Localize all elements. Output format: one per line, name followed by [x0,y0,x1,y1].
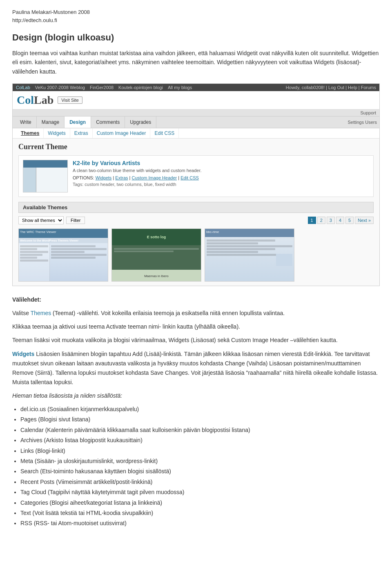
preview-1-main [50,243,108,281]
wp-logo-bar: ColLab Visit Site [13,91,379,110]
theme-thumbnail [23,160,68,192]
pagination: 1 2 3 4 5 Next » [308,217,374,224]
option-customheader-link[interactable]: Custom Image Header [132,175,177,180]
filter-left: Show all themes Filter [18,216,85,224]
hieman-tietoa-title: Hieman tietoa lisäosista ja niiden sisäl… [12,391,380,401]
sub-nav-extras[interactable]: Extras [70,128,93,138]
list-item-7: Recent Posts (Viimeisimmät artikkelit/po… [20,477,380,486]
main-nav-right: Settings Users [347,120,377,125]
sub-nav-customheader[interactable]: Custom Image Header [93,128,151,138]
list-item-1: Pages (Blogisi sivut listana) [20,415,380,424]
intro-paragraph: Blogin teemaa voi vaihtaa kunhan muistat… [12,49,380,76]
themes-label: Themes [31,310,51,316]
para-teeman-lisäksi: Teeman lisäksi voit muokata valikoita ja… [12,336,380,345]
main-title: Design (blogin ulkoasu) [12,32,380,43]
para-widgets: Widgets Lisäosien lisääminen blogiin tap… [12,349,380,387]
visit-site-button[interactable]: Visit Site [58,96,82,104]
list-item-5: Meta (Sisään- ja uloskirjautumislinkit, … [20,457,380,466]
page-3-button[interactable]: 3 [327,217,335,224]
header-author: Paulina Melakari-Mustonen 2008 http://ed… [12,8,380,24]
list-item-6: Search (Etsi-toiminto hakusanaa käyttäen… [20,467,380,476]
theme-filter-dropdown[interactable]: Show all themes [18,216,64,224]
list-item-2: Calendar (Kalenterin päivämääriä klikkaa… [20,425,380,434]
wp-top-bar: ColLab VeKu 2007-2008 Weblog FinGer2008 … [13,84,379,91]
top-bar-koutek[interactable]: Koutek-opintojen blogi [118,85,163,90]
theme-preview-3[interactable]: bbc-rime [205,228,294,282]
current-theme-box: K2-lite by Various Artists A clean two-c… [18,155,374,197]
wp-content-area: Current Theme K2-lite by Various Artists [13,139,379,286]
main-nav-left: Write Manage Design Comments Upgrades [15,116,156,128]
section-valilehdet: Välilehdet: Valitse Themes (Teemat) -väl… [12,295,380,528]
list-item-0: del.icio.us (Sosiaalinen kirjanmerkkausp… [20,405,380,414]
theme-info: K2-lite by Various Artists A clean two-c… [73,160,369,192]
list-item-11: RSS (RSS- tai Atom-muotoiset uutisvirrat… [20,519,380,528]
top-bar-finger[interactable]: FinGer2008 [90,85,114,90]
wp-sub-nav: Themes Widgets Extras Custom Image Heade… [13,128,379,139]
next-page-button[interactable]: Next » [355,217,374,224]
page-1-button[interactable]: 1 [308,217,316,224]
widgets-label: Widgets [12,351,34,357]
filter-bar: Show all themes Filter 1 2 3 4 5 Next » [18,216,374,224]
para-klikkaa: Klikkaa teemaa ja aktivoi uusi teema Act… [12,322,380,331]
page-4-button[interactable]: 4 [336,217,344,224]
theme-preview-1[interactable]: The WRC Theme Viewer Welcome to the Word… [18,228,108,282]
sub-nav-widgets[interactable]: Widgets [44,128,70,138]
nav-upgrades[interactable]: Upgrades [125,116,156,128]
option-widgets-link[interactable]: Widgets [96,175,112,180]
filter-button[interactable]: Filter [66,217,85,224]
theme-name: K2-lite by Various Artists [73,160,369,166]
valilehdet-title: Välilehdet: [12,296,41,303]
top-bar-collab[interactable]: ColLab [16,85,30,90]
page-2-button[interactable]: 2 [317,217,325,224]
preview-1-sidebar [19,243,50,281]
support-bar: Support [13,110,379,116]
wp-logo: ColLab [17,94,53,107]
list-item-8: Tag Cloud (Tagipilvi näyttää käytetyimmä… [20,488,380,497]
preview-1-header: The WRC Theme Viewer [19,229,108,238]
list-item-10: Text (Voit lisätä tekstiä tai HTML-koodi… [20,508,380,517]
theme-description: A clean two-column blue theme with widge… [73,168,369,173]
list-item-4: Links (Blogi-linkit) [20,446,380,455]
available-themes-header: Available Themes [18,202,374,213]
themes-grid: The WRC Theme Viewer Welcome to the Word… [18,228,374,282]
page-5-button[interactable]: 5 [345,217,354,224]
sub-nav-themes[interactable]: Themes [17,128,44,138]
nav-comments[interactable]: Comments [91,116,125,128]
sub-nav-editcss[interactable]: Edit CSS [150,128,179,138]
theme-tags: Tags: custom header, two columns, blue, … [73,182,369,187]
current-theme-title: Current Theme [18,143,374,151]
list-item-3: Archives (Arkisto listaa blogipostit kuu… [20,436,380,445]
top-bar-veku[interactable]: VeKu 2007-2008 Weblog [35,85,85,90]
lisaosa-list: del.icio.us (Sosiaalinen kirjanmerkkausp… [20,405,380,528]
top-bar-left: ColLab VeKu 2007-2008 Weblog FinGer2008 … [16,85,192,90]
nav-design[interactable]: Design [65,116,91,128]
para-themes-intro: Valitse Themes (Teemat) -välilehti. Voit… [12,309,380,318]
theme-name-link[interactable]: K2-lite by Various Artists [73,160,140,166]
wp-main-nav: Write Manage Design Comments Upgrades Se… [13,116,379,128]
wp-admin-mockup: ColLab VeKu 2007-2008 Weblog FinGer2008 … [12,83,380,286]
theme-preview-2[interactable]: E sotto log Maemas in Ibero [111,228,201,282]
list-item-9: Categories (Blogisi aiheet/kategoriat li… [20,498,380,507]
option-extras-link[interactable]: Extras [115,175,128,180]
top-bar-right: Howdy, collab0208! | Log Out | Help | Fo… [286,85,376,90]
theme-options: OPTIONS: Widgets | Extras | Custom Image… [73,175,369,180]
nav-manage[interactable]: Manage [37,116,65,128]
option-editcss-link[interactable]: Edit CSS [180,175,199,180]
top-bar-allblogs[interactable]: All my blogs [168,85,192,90]
nav-write[interactable]: Write [15,116,37,128]
